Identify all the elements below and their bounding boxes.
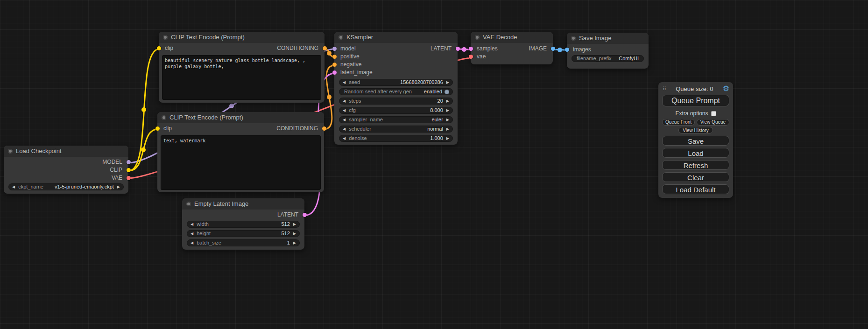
images-input-dot[interactable] [565,48,569,52]
node-title-bar[interactable]: CLIP Text Encode (Prompt) [157,112,324,123]
decrement-arrow-icon[interactable]: ◀ [191,221,193,227]
vae-output-dot[interactable] [127,176,131,180]
refresh-button[interactable]: Refresh [662,160,729,170]
conditioning-output-dot[interactable] [323,46,327,50]
slot-label: CONDITIONING [276,125,318,132]
load-button[interactable]: Load [662,148,729,158]
collapse-dot-icon[interactable] [8,149,13,154]
collapse-dot-icon[interactable] [571,36,576,41]
slot-label: IMAGE [529,45,547,52]
increment-arrow-icon[interactable]: ▶ [293,231,296,237]
samples-input-dot[interactable] [469,47,473,51]
widget-denoise[interactable]: ◀ denoise 1.000 ▶ [339,135,453,142]
node-title-bar[interactable]: Load Checkpoint [4,146,128,157]
increment-arrow-icon[interactable]: ▶ [446,107,449,113]
extra-options-checkbox[interactable] [711,111,716,116]
slot-row: samples IMAGE [471,45,553,53]
slot-label: VAE [112,175,122,181]
widget-value: enabled [424,89,442,95]
widget-scheduler[interactable]: ◀ scheduler normal ▶ [339,126,453,133]
node-ksampler[interactable]: KSampler model LATENT positive negative … [334,32,458,145]
collapse-dot-icon[interactable] [163,35,168,40]
increment-arrow-icon[interactable]: ▶ [446,126,449,132]
image-output-dot[interactable] [551,47,555,51]
widget-width[interactable]: ◀ width 512 ▶ [187,221,300,228]
decrement-arrow-icon[interactable]: ◀ [191,231,193,237]
widget-batch-size[interactable]: ◀ batch_size 1 ▶ [187,239,300,246]
node-title-bar[interactable]: VAE Decode [471,32,553,43]
collapse-dot-icon[interactable] [162,115,166,120]
latent-output-dot[interactable] [456,47,460,51]
node-title: Save Image [579,35,611,42]
increment-arrow-icon[interactable]: ▶ [293,240,296,246]
slot-area: LATENT [182,210,304,219]
widget-value: 156680208700286 [400,79,443,85]
widget-value: 8.000 [430,107,443,113]
toggle-knob-icon[interactable] [445,90,449,94]
node-title: VAE Decode [483,34,517,41]
node-title-bar[interactable]: Empty Latent Image [182,198,304,210]
view-history-button[interactable]: View History [678,127,713,133]
widget-label: scheduler [349,126,371,132]
clip-output-dot[interactable] [127,168,131,172]
queue-prompt-button[interactable]: Queue Prompt [662,95,729,106]
negative-input-dot[interactable] [332,63,337,67]
widget-steps[interactable]: ◀ steps 20 ▶ [339,98,453,105]
increment-arrow-icon[interactable]: ▶ [293,221,296,227]
queue-front-button[interactable]: Queue Front [662,119,695,126]
slot-label: negative [340,61,361,68]
model-output-dot[interactable] [127,160,131,164]
clip-input-dot[interactable] [155,126,160,131]
increment-arrow-icon[interactable]: ▶ [446,98,449,104]
latent-image-input-dot[interactable] [332,70,337,75]
increment-arrow-icon[interactable]: ▶ [446,79,449,85]
node-title-bar[interactable]: CLIP Text Encode (Prompt) [159,32,325,43]
clip-input-dot[interactable] [157,46,161,50]
node-load-checkpoint[interactable]: Load Checkpoint MODEL CLIP VAE ◀ ckpt_na… [4,146,128,194]
collapse-dot-icon[interactable] [339,35,343,40]
collapse-dot-icon[interactable] [186,202,191,206]
decrement-arrow-icon[interactable]: ◀ [343,98,346,104]
node-title-bar[interactable]: Save Image [567,33,649,44]
model-input-dot[interactable] [332,47,337,51]
widget-label: height [197,231,211,237]
slot-label: CONDITIONING [277,45,318,51]
settings-gear-icon[interactable]: ⚙ [723,85,729,92]
conditioning-output-dot[interactable] [322,126,326,131]
positive-input-dot[interactable] [332,55,337,59]
decrement-arrow-icon[interactable]: ◀ [191,240,193,246]
widget-height[interactable]: ◀ height 512 ▶ [187,230,300,237]
node-clip-text-encode-negative[interactable]: CLIP Text Encode (Prompt) clip CONDITION… [157,112,324,192]
positive-prompt-textarea[interactable]: beautiful scenery nature glass bottle la… [162,55,321,100]
increment-arrow-icon[interactable]: ▶ [446,135,449,141]
increment-arrow-icon[interactable]: ▶ [446,117,449,123]
decrement-arrow-icon[interactable]: ◀ [12,184,15,190]
node-title-bar[interactable]: KSampler [334,32,458,43]
widget-filename-prefix[interactable]: filename_prefix ComfyUI [572,55,644,62]
decrement-arrow-icon[interactable]: ◀ [343,117,346,123]
decrement-arrow-icon[interactable]: ◀ [343,107,346,113]
node-vae-decode[interactable]: VAE Decode samples IMAGE vae [471,32,553,64]
view-queue-button[interactable]: View Queue [697,119,729,126]
widget-ckpt-name[interactable]: ◀ ckpt_name v1-5-pruned-emaonly.ckpt ▶ [8,183,124,190]
vae-input-dot[interactable] [469,55,473,59]
widget-sampler-name[interactable]: ◀ sampler_name euler ▶ [339,116,453,123]
save-button[interactable]: Save [662,136,729,146]
decrement-arrow-icon[interactable]: ◀ [343,126,346,132]
widget-random-seed-toggle[interactable]: Random seed after every gen enabled [339,88,453,95]
decrement-arrow-icon[interactable]: ◀ [343,79,346,85]
drag-handle-icon[interactable]: ⠿ [663,86,666,92]
node-save-image[interactable]: Save Image images filename_prefix ComfyU… [567,33,649,69]
latent-output-dot[interactable] [303,213,307,217]
widget-cfg[interactable]: ◀ cfg 8.000 ▶ [339,107,453,114]
node-clip-text-encode-positive[interactable]: CLIP Text Encode (Prompt) clip CONDITION… [159,32,325,103]
widget-seed[interactable]: ◀ seed 156680208700286 ▶ [339,79,453,86]
negative-prompt-textarea[interactable]: text, watermark [161,135,321,190]
collapse-dot-icon[interactable] [475,35,480,40]
clear-button[interactable]: Clear [662,172,729,182]
increment-arrow-icon[interactable]: ▶ [117,184,120,190]
node-graph-canvas[interactable]: Load Checkpoint MODEL CLIP VAE ◀ ckpt_na… [0,0,868,329]
load-default-button[interactable]: Load Default [662,184,729,194]
node-empty-latent-image[interactable]: Empty Latent Image LATENT ◀ width 512 ▶ … [182,198,304,250]
decrement-arrow-icon[interactable]: ◀ [343,135,346,141]
